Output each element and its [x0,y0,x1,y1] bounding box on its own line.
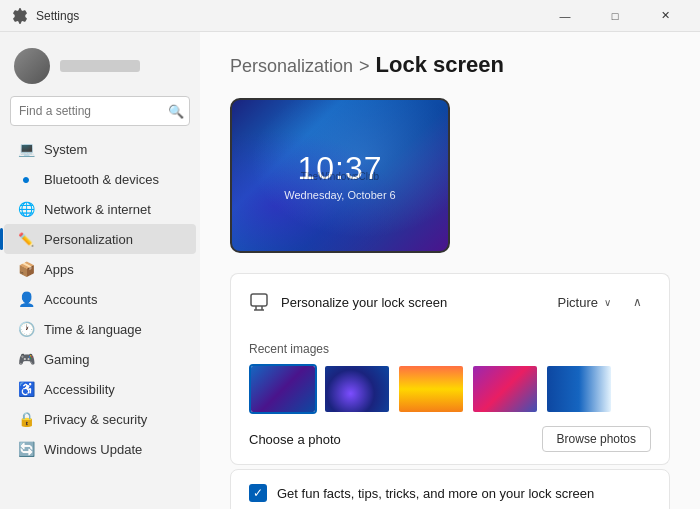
sidebar-item-label: Apps [44,262,74,277]
minimize-button[interactable]: — [542,0,588,32]
main-content: Personalization > Lock screen 10:37 Wedn… [200,32,700,509]
sidebar-item-accounts[interactable]: 👤 Accounts [4,284,196,314]
lock-screen-preview: 10:37 Wednesday, October 6 TheWindowsClu… [230,98,450,253]
choose-photo-row: Choose a photo Browse photos [249,426,651,452]
sidebar-item-privacy[interactable]: 🔒 Privacy & security [4,404,196,434]
time-icon: 🕐 [18,321,34,337]
images-row [249,364,651,414]
sidebar-item-label: Time & language [44,322,142,337]
sidebar-item-update[interactable]: 🔄 Windows Update [4,434,196,464]
breadcrumb-separator: > [359,56,370,77]
recent-images-section: Recent images Choo [230,330,670,465]
sidebar-item-label: Bluetooth & devices [44,172,159,187]
sidebar-item-label: Personalization [44,232,133,247]
thumbnail-4[interactable] [471,364,539,414]
thumbnail-5[interactable] [545,364,613,414]
sidebar-item-label: System [44,142,87,157]
network-icon: 🌐 [18,201,34,217]
sidebar-item-label: Windows Update [44,442,142,457]
thumb-img-4 [473,366,537,412]
lock-date: Wednesday, October 6 [284,189,396,201]
personalization-icon: ✏️ [18,231,34,247]
bluetooth-icon: ● [18,171,34,187]
apps-icon: 📦 [18,261,34,277]
profile-name [60,60,140,72]
settings-icon [12,8,28,24]
thumb-img-5 [547,366,611,412]
sidebar-item-apps[interactable]: 📦 Apps [4,254,196,284]
sidebar: 🔍 💻 System ● Bluetooth & devices 🌐 Netwo… [0,32,200,509]
app-body: 🔍 💻 System ● Bluetooth & devices 🌐 Netwo… [0,32,700,509]
search-input[interactable] [10,96,190,126]
sidebar-item-system[interactable]: 💻 System [4,134,196,164]
titlebar-title: Settings [36,9,534,23]
breadcrumb-parent[interactable]: Personalization [230,56,353,77]
sidebar-item-label: Gaming [44,352,90,367]
page-title: Lock screen [376,52,504,78]
thumbnail-2[interactable] [323,364,391,414]
avatar[interactable] [14,48,50,84]
accounts-icon: 👤 [18,291,34,307]
sidebar-item-label: Accessibility [44,382,115,397]
update-icon: 🔄 [18,441,34,457]
personalize-label: Personalize your lock screen [281,295,546,310]
gaming-icon: 🎮 [18,351,34,367]
svg-rect-0 [251,294,267,306]
privacy-icon: 🔒 [18,411,34,427]
sidebar-item-label: Accounts [44,292,97,307]
fun-facts-section: ✓ Get fun facts, tips, tricks, and more … [230,469,670,509]
titlebar: Settings — □ ✕ [0,0,700,32]
thumb-img-3 [399,366,463,412]
thumbnail-3[interactable] [397,364,465,414]
choose-photo-label: Choose a photo [249,432,341,447]
sidebar-item-time[interactable]: 🕐 Time & language [4,314,196,344]
personalize-section: Personalize your lock screen Picture ∨ ∧ [230,273,670,330]
search-icon: 🔍 [168,104,184,119]
lock-time: 10:37 [297,150,382,187]
system-icon: 💻 [18,141,34,157]
titlebar-controls: — □ ✕ [542,0,688,32]
personalize-row: Personalize your lock screen Picture ∨ ∧ [249,288,651,316]
personalize-control: Picture ∨ [558,295,611,310]
sidebar-item-label: Privacy & security [44,412,147,427]
thumbnail-1[interactable] [249,364,317,414]
sidebar-item-gaming[interactable]: 🎮 Gaming [4,344,196,374]
thumb-img-1 [251,366,315,412]
page-header: Personalization > Lock screen [230,52,670,78]
recent-images-label: Recent images [249,342,651,356]
accessibility-icon: ♿ [18,381,34,397]
collapse-button[interactable]: ∧ [623,288,651,316]
browse-photos-button[interactable]: Browse photos [542,426,651,452]
close-button[interactable]: ✕ [642,0,688,32]
sidebar-item-personalization[interactable]: ✏️ Personalization [4,224,196,254]
chevron-down-icon: ∨ [604,297,611,308]
sidebar-profile [0,40,200,96]
personalize-value[interactable]: Picture [558,295,598,310]
fun-facts-label: Get fun facts, tips, tricks, and more on… [277,486,594,501]
maximize-button[interactable]: □ [592,0,638,32]
sidebar-item-network[interactable]: 🌐 Network & internet [4,194,196,224]
monitor-icon [249,292,269,312]
sidebar-item-accessibility[interactable]: ♿ Accessibility [4,374,196,404]
sidebar-item-bluetooth[interactable]: ● Bluetooth & devices [4,164,196,194]
thumb-img-2 [325,366,389,412]
sidebar-item-label: Network & internet [44,202,151,217]
search-box: 🔍 [10,96,190,126]
checkbox-fun-facts[interactable]: ✓ [249,484,267,502]
